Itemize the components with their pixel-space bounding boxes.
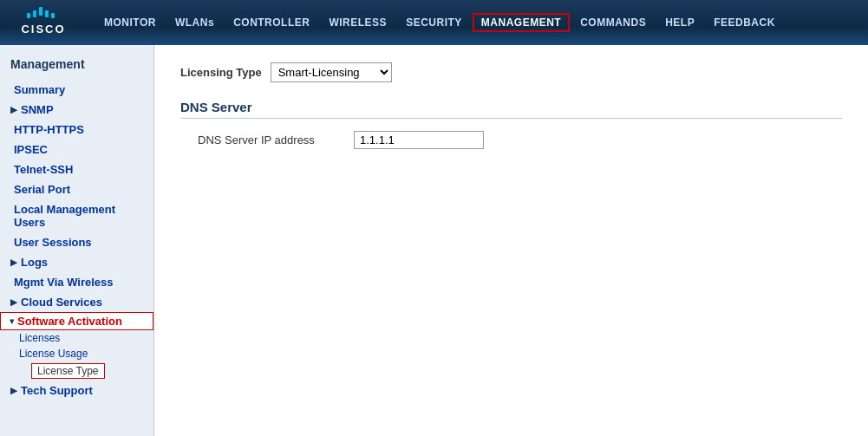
nav-wireless[interactable]: WIRELESS (320, 13, 395, 32)
sidebar-sub-licenses[interactable]: Licenses (0, 330, 153, 346)
sidebar-item-logs[interactable]: ▶ Logs (0, 252, 153, 272)
sidebar-item-snmp[interactable]: ▶ SNMP (0, 100, 153, 120)
dns-server-row: DNS Server IP address (198, 131, 842, 149)
sidebar-sub-license-type[interactable]: License Type (31, 363, 105, 379)
nav-commands[interactable]: COMMANDS (571, 13, 655, 32)
sidebar-item-label: IPSEC (14, 143, 48, 156)
dns-ip-label: DNS Server IP address (198, 133, 336, 146)
sidebar-item-label: Logs (21, 256, 48, 269)
nav-feedback[interactable]: FEEDBACK (705, 13, 784, 32)
svg-rect-3 (45, 10, 49, 17)
dns-section-title: DNS Server (180, 100, 842, 119)
sidebar-item-label: Summary (14, 83, 65, 96)
sidebar-item-label: Local Management Users (14, 203, 143, 229)
sidebar-item-label: Software Activation (17, 315, 122, 328)
svg-rect-2 (27, 13, 30, 18)
dns-ip-input[interactable] (354, 131, 484, 149)
sidebar-item-label: Tech Support (21, 384, 93, 397)
sidebar-item-ipsec[interactable]: IPSEC (0, 140, 153, 159)
sidebar-item-label: Mgmt Via Wireless (14, 276, 114, 289)
sidebar-item-software-activation[interactable]: ▾ Software Activation (0, 312, 153, 330)
tech-arrow: ▶ (10, 386, 17, 395)
cloud-arrow: ▶ (10, 297, 17, 307)
sidebar-item-label: User Sessions (14, 236, 92, 249)
sidebar-item-label: Cloud Services (21, 296, 102, 309)
sidebar-item-label: HTTP-HTTPS (14, 123, 84, 136)
nav-wlans[interactable]: WLANs (166, 13, 223, 32)
cisco-logo: CISCO (9, 5, 78, 40)
svg-rect-0 (39, 7, 42, 16)
svg-rect-1 (33, 10, 36, 17)
snmp-arrow: ▶ (10, 105, 17, 114)
nav-management[interactable]: MANAGEMENT (473, 13, 570, 32)
content-area: Licensing Type Smart-Licensing Tradition… (154, 45, 868, 436)
sidebar-item-label: Telnet-SSH (14, 163, 73, 176)
main-layout: Management Summary ▶ SNMP HTTP-HTTPS IPS… (0, 45, 868, 436)
sidebar: Management Summary ▶ SNMP HTTP-HTTPS IPS… (0, 45, 154, 436)
svg-rect-4 (51, 13, 55, 18)
sidebar-item-user-sessions[interactable]: User Sessions (0, 232, 153, 252)
nav-security[interactable]: SECURITY (397, 13, 471, 32)
sidebar-title: Management (0, 54, 153, 80)
nav-controller[interactable]: CONTROLLER (225, 13, 318, 32)
sidebar-item-cloud-services[interactable]: ▶ Cloud Services (0, 292, 153, 312)
licensing-type-label: Licensing Type (180, 66, 262, 79)
sidebar-item-tech-support[interactable]: ▶ Tech Support (0, 381, 153, 400)
licensing-type-select[interactable]: Smart-Licensing Traditional (271, 62, 392, 82)
nav-monitor[interactable]: MONITOR (95, 13, 165, 32)
sidebar-item-telnet-ssh[interactable]: Telnet-SSH (0, 159, 153, 179)
sidebar-item-http-https[interactable]: HTTP-HTTPS (0, 120, 153, 140)
logs-arrow: ▶ (10, 257, 17, 267)
sidebar-sub-license-usage[interactable]: License Usage (0, 346, 153, 361)
sidebar-item-mgmt-wireless[interactable]: Mgmt Via Wireless (0, 272, 153, 292)
nav-help[interactable]: HELP (656, 13, 703, 32)
sidebar-item-local-mgmt[interactable]: Local Management Users (0, 199, 153, 232)
sidebar-item-label: SNMP (21, 103, 54, 116)
sidebar-item-summary[interactable]: Summary (0, 80, 153, 100)
top-nav: MONITOR WLANs CONTROLLER WIRELESS SECURI… (95, 13, 784, 32)
sidebar-item-serial-port[interactable]: Serial Port (0, 179, 153, 199)
svg-text:CISCO: CISCO (21, 23, 65, 36)
licensing-type-row: Licensing Type Smart-Licensing Tradition… (180, 62, 842, 82)
software-arrow: ▾ (10, 316, 14, 326)
sidebar-item-label: Serial Port (14, 183, 70, 196)
topbar: CISCO MONITOR WLANs CONTROLLER WIRELESS … (0, 0, 868, 45)
